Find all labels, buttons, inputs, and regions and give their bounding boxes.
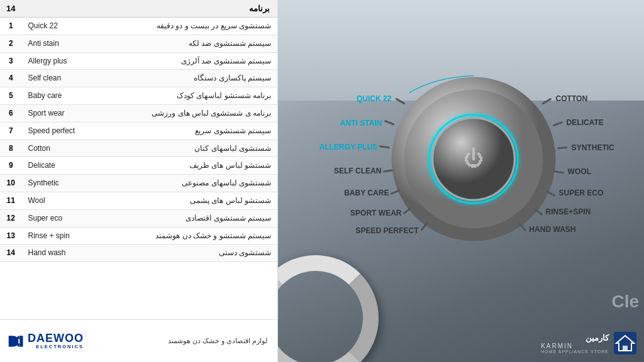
row-fa: سیستم شستشوی اقتصادی xyxy=(104,209,277,227)
left-panel: 14 برنامه 1 Quick 22 شستشوی سریع در بیست… xyxy=(0,0,278,362)
svg-text:SPORT WEAR: SPORT WEAR xyxy=(350,209,402,217)
svg-text:QUICK 22: QUICK 22 xyxy=(357,94,392,103)
row-num: 8 xyxy=(0,140,21,157)
svg-text:SELF CLEAN: SELF CLEAN xyxy=(334,167,382,175)
col-en-header xyxy=(21,0,104,18)
daewoo-d-icon xyxy=(8,332,25,350)
row-en: Super eco xyxy=(21,209,104,227)
svg-text:BABY CARE: BABY CARE xyxy=(344,189,389,197)
row-fa: سیستم شستشوی ضد لکه xyxy=(104,35,277,52)
row-fa: شستشوی لباسهای مصنوعی xyxy=(104,175,277,192)
table-body: 1 Quick 22 شستشوی سریع در بیست و دو دقیق… xyxy=(0,18,277,262)
svg-line-22 xyxy=(519,224,525,230)
daewoo-text-group: DAEWOO ELECTRONICS xyxy=(28,332,84,349)
karmin-text-block: کارمین KARMIN HOME APPLIANCE STORE xyxy=(541,333,609,354)
row-en: Sport wear xyxy=(21,104,104,122)
table-row: 12 Super eco سیستم شستشوی اقتصادی xyxy=(0,209,277,227)
row-en: Rinse + spin xyxy=(21,227,104,244)
svg-line-21 xyxy=(535,209,541,214)
row-num: 7 xyxy=(0,122,21,140)
table-row: 5 Baby care برنامه شستشو لباسهای کودک xyxy=(0,87,277,105)
row-fa: شستشو لباس های پشمی xyxy=(104,192,277,209)
row-num: 9 xyxy=(0,157,21,175)
row-num: 6 xyxy=(0,104,21,122)
svg-text:DELICATE: DELICATE xyxy=(567,118,604,127)
karmin-sub-text: HOME APPLIANCE STORE xyxy=(541,349,609,354)
table-row: 6 Sport wear برنامه ی شستشوی لباس های ور… xyxy=(0,104,277,122)
svg-line-16 xyxy=(543,99,550,104)
row-en: Wool xyxy=(21,192,104,209)
row-num: 14 xyxy=(0,244,21,262)
daewoo-sub-text: ELECTRONICS xyxy=(28,344,84,349)
svg-rect-2 xyxy=(16,337,19,339)
row-num: 1 xyxy=(0,18,21,35)
row-fa: شستشوی سریع در بیست و دو دقیقه xyxy=(104,18,277,35)
svg-text:SUPER ECO: SUPER ECO xyxy=(559,189,604,197)
row-en: Allergy plus xyxy=(21,52,104,70)
table-row: 2 Anti stain سیستم شستشوی ضد لکه xyxy=(0,35,277,52)
row-num: 11 xyxy=(0,192,21,209)
svg-text:SPEED PERFECT: SPEED PERFECT xyxy=(355,226,419,235)
row-num: 3 xyxy=(0,52,21,70)
row-en: Cotton xyxy=(21,140,104,157)
row-fa: شستشوی لباسهای کتان xyxy=(104,140,277,157)
row-en: Self clean xyxy=(21,70,104,87)
table-row: 10 Synthetic شستشوی لباسهای مصنوعی xyxy=(0,175,277,192)
programs-table: 14 برنامه 1 Quick 22 شستشوی سریع در بیست… xyxy=(0,0,277,262)
row-en: Delicate xyxy=(21,157,104,175)
daewoo-logo: DAEWOO ELECTRONICS xyxy=(8,332,84,350)
table-row: 13 Rinse + spin سیستم شستشو و خشک دن هوش… xyxy=(0,227,277,244)
daewoo-brand-text: DAEWOO xyxy=(28,332,84,344)
svg-line-12 xyxy=(384,170,392,172)
row-fa: برنامه ی شستشوی لباس های ورزشی xyxy=(104,104,277,122)
karmin-house-icon xyxy=(613,331,638,356)
svg-text:ANTI STAIN: ANTI STAIN xyxy=(340,119,382,128)
row-en: Quick 22 xyxy=(21,18,104,35)
row-en: Baby care xyxy=(21,87,104,105)
table-row: 1 Quick 22 شستشوی سریع در بیست و دو دقیق… xyxy=(0,18,277,35)
row-en: Hand wash xyxy=(21,244,104,262)
row-en: Synthetic xyxy=(21,175,104,192)
svg-text:ALLERGY PLUS: ALLERGY PLUS xyxy=(319,143,378,151)
row-en: Anti stain xyxy=(21,35,104,52)
col-fa-header: برنامه xyxy=(104,0,277,18)
svg-line-19 xyxy=(555,172,564,173)
row-en: Speed perfect xyxy=(21,122,104,140)
svg-rect-1 xyxy=(19,336,23,347)
svg-line-17 xyxy=(554,123,562,126)
table-row: 4 Self clean سیستم پاکسازی دستگاه xyxy=(0,70,277,87)
karmin-fa-text: کارمین xyxy=(541,333,609,343)
svg-line-14 xyxy=(404,208,411,213)
row-num: 12 xyxy=(0,209,21,227)
row-fa: سیستم شستشوی ضد آلرژی xyxy=(104,52,277,70)
svg-rect-39 xyxy=(623,346,628,351)
table-row: 11 Wool شستشو لباس های پشمی xyxy=(0,192,277,209)
table-row: 8 Cotton شستشوی لباسهای کتان xyxy=(0,140,277,157)
table-row: 3 Allergy plus سیستم شستشوی ضد آلرژی xyxy=(0,52,277,70)
daewoo-fa-text: لوازم اقتصادی و خشک دن هوشمند xyxy=(84,336,270,346)
table-container: 14 برنامه 1 Quick 22 شستشوی سریع در بیست… xyxy=(0,0,277,319)
row-fa: شستشو لباس های ظریف xyxy=(104,157,277,175)
table-row: 7 Speed perfect سیستم شستشوی سریع xyxy=(0,122,277,140)
col-num-header: 14 xyxy=(0,0,21,18)
row-fa: برنامه شستشو لباسهای کودک xyxy=(104,87,277,105)
svg-text:WOOL: WOOL xyxy=(568,167,591,176)
logo-area: DAEWOO ELECTRONICS لوازم اقتصادی و خشک د… xyxy=(0,319,277,362)
cle-partial-text: Cle xyxy=(611,292,639,312)
svg-line-13 xyxy=(391,190,399,194)
karmin-logo: کارمین KARMIN HOME APPLIANCE STORE xyxy=(541,331,638,356)
svg-text:RINSE+SPIN: RINSE+SPIN xyxy=(545,207,591,216)
table-row: 9 Delicate شستشو لباس های ظریف xyxy=(0,157,277,175)
row-num: 10 xyxy=(0,175,21,192)
table-row: 14 Hand wash شستشوی دستی xyxy=(0,244,277,262)
svg-line-18 xyxy=(558,148,567,148)
svg-text:SYNTHETIC: SYNTHETIC xyxy=(572,143,614,152)
row-fa: سیستم شستشوی سریع xyxy=(104,122,277,140)
svg-rect-0 xyxy=(9,336,12,347)
svg-line-20 xyxy=(547,192,554,195)
svg-text:HAND WASH: HAND WASH xyxy=(529,225,575,234)
right-panel: ⏻ xyxy=(278,0,644,362)
row-num: 2 xyxy=(0,35,21,52)
row-num: 13 xyxy=(0,227,21,244)
svg-line-9 xyxy=(397,99,404,104)
